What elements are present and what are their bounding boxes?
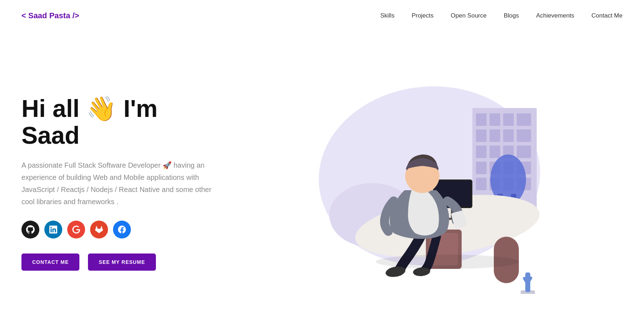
github-link[interactable] — [21, 221, 39, 238]
nav-blogs[interactable]: Blogs — [504, 12, 519, 19]
hero-left: Hi all 👋 I'm Saad A passionate Full Stac… — [21, 95, 222, 271]
github-icon — [26, 225, 35, 234]
svg-point-42 — [376, 255, 519, 269]
svg-rect-15 — [476, 162, 487, 174]
nav-skills[interactable]: Skills — [380, 12, 394, 19]
nav-projects[interactable]: Projects — [412, 12, 433, 19]
illustration-container — [294, 72, 551, 294]
contact-me-button[interactable]: CONTACT ME — [21, 253, 79, 271]
hero-buttons: CONTACT ME SEE MY RESUME — [21, 253, 222, 271]
hero-section: Hi all 👋 I'm Saad A passionate Full Stac… — [0, 31, 644, 320]
hero-illustration — [222, 72, 623, 294]
svg-rect-12 — [490, 146, 500, 158]
hero-title: Hi all 👋 I'm Saad — [21, 95, 222, 149]
svg-rect-19 — [476, 178, 487, 190]
facebook-icon — [118, 226, 126, 233]
svg-rect-6 — [517, 113, 531, 126]
nav-achievements[interactable]: Achievements — [536, 12, 574, 19]
gitlab-link[interactable] — [90, 221, 108, 238]
gitlab-icon — [95, 226, 103, 233]
linkedin-icon — [49, 226, 57, 233]
svg-rect-9 — [503, 129, 514, 142]
nav-opensource[interactable]: Open Source — [451, 12, 487, 19]
google-icon — [72, 226, 80, 233]
svg-rect-4 — [490, 113, 500, 126]
svg-rect-5 — [503, 113, 514, 126]
nav-links: Skills Projects Open Source Blogs Achiev… — [380, 12, 623, 19]
facebook-link[interactable] — [113, 221, 131, 238]
svg-rect-10 — [517, 129, 531, 142]
svg-rect-3 — [476, 113, 487, 126]
nav-contact[interactable]: Contact Me — [591, 12, 623, 19]
hero-description: A passionate Full Stack Software Develop… — [21, 159, 222, 208]
navbar: < Saad Pasta /> Skills Projects Open Sou… — [0, 0, 644, 31]
hero-svg-illustration — [294, 72, 551, 294]
svg-rect-11 — [476, 146, 487, 158]
linkedin-link[interactable] — [44, 221, 62, 238]
social-icons-row — [21, 221, 222, 238]
svg-rect-14 — [517, 146, 531, 158]
nav-logo[interactable]: < Saad Pasta /> — [21, 11, 79, 20]
svg-rect-7 — [476, 129, 487, 142]
svg-rect-8 — [490, 129, 500, 142]
google-link[interactable] — [67, 221, 85, 238]
resume-button[interactable]: SEE MY RESUME — [88, 253, 156, 271]
